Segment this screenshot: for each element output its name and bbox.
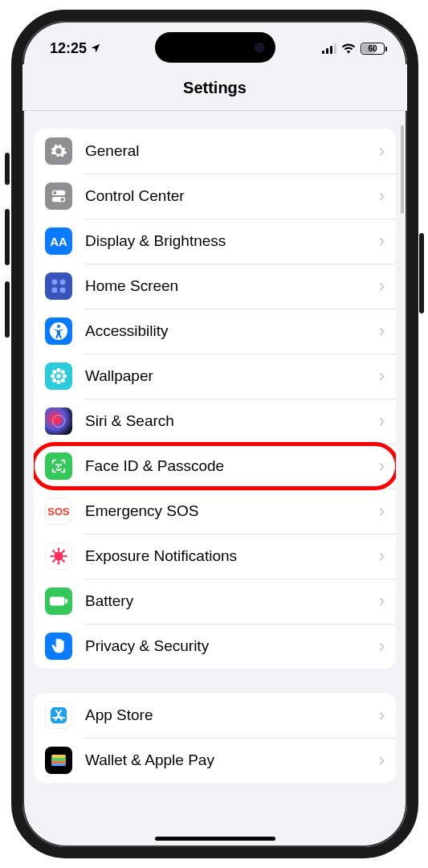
svg-point-37 (63, 560, 65, 563)
settings-group: General›Control Center›AADisplay & Brigh… (34, 129, 396, 669)
settings-row-face-id[interactable]: Face ID & Passcode› (34, 444, 396, 489)
svg-point-18 (61, 379, 65, 383)
appstore-icon (45, 702, 72, 729)
svg-point-9 (57, 325, 60, 328)
svg-point-20 (56, 419, 62, 424)
svg-point-33 (58, 563, 60, 565)
sos-icon: SOS (45, 497, 72, 525)
phone-screen: 12:25 60 Settings General›Control Center… (11, 10, 418, 858)
volume-down-button (5, 281, 10, 338)
chevron-right-icon: › (379, 591, 385, 612)
row-label: Privacy & Security (85, 637, 379, 655)
svg-point-3 (61, 198, 64, 201)
svg-rect-41 (65, 599, 67, 604)
chevron-right-icon: › (379, 366, 385, 387)
row-label: Home Screen (85, 277, 379, 295)
text-size-icon: AA (45, 227, 72, 255)
page-title: Settings (22, 64, 407, 111)
settings-row-accessibility[interactable]: Accessibility› (34, 309, 396, 354)
row-label: Accessibility (85, 322, 379, 340)
row-label: Display & Brightness (85, 232, 379, 250)
svg-point-15 (52, 370, 56, 374)
svg-rect-47 (51, 764, 66, 766)
accessibility-icon (45, 317, 72, 345)
chevron-right-icon: › (379, 501, 385, 522)
svg-point-13 (51, 374, 55, 378)
settings-row-wallpaper[interactable]: Wallpaper› (34, 354, 396, 399)
svg-point-35 (65, 555, 67, 558)
settings-row-exposure[interactable]: Exposure Notifications› (34, 534, 396, 579)
svg-point-12 (56, 380, 60, 384)
settings-group: App Store›Wallet & Apple Pay› (34, 693, 396, 783)
gear-icon (45, 137, 72, 165)
scroll-indicator[interactable] (401, 125, 404, 214)
row-label: Exposure Notifications (85, 547, 379, 565)
svg-rect-40 (50, 596, 64, 605)
row-label: Emergency SOS (85, 502, 379, 520)
chevron-right-icon: › (379, 186, 385, 207)
status-time: 12:25 (50, 40, 87, 57)
svg-point-32 (58, 547, 60, 550)
svg-point-1 (53, 191, 56, 194)
battery-icon: 60 (361, 43, 385, 55)
chevron-right-icon: › (379, 546, 385, 567)
chevron-right-icon: › (379, 456, 385, 477)
battery-percent: 60 (368, 44, 377, 53)
svg-point-16 (61, 370, 65, 374)
cellular-icon (322, 43, 336, 54)
settings-row-privacy[interactable]: Privacy & Security› (34, 624, 396, 669)
location-icon (90, 43, 101, 54)
svg-rect-45 (51, 758, 66, 761)
svg-point-36 (52, 550, 55, 552)
row-label: App Store (85, 706, 379, 724)
settings-row-general[interactable]: General› (34, 129, 396, 174)
svg-point-11 (56, 368, 60, 372)
chevron-right-icon: › (379, 141, 385, 162)
settings-row-app-store[interactable]: App Store› (34, 693, 396, 738)
row-label: Face ID & Passcode (85, 457, 379, 475)
chevron-right-icon: › (379, 705, 385, 726)
svg-rect-4 (52, 280, 57, 285)
face-id-icon (45, 452, 72, 480)
chevron-right-icon: › (379, 750, 385, 771)
settings-list[interactable]: General›Control Center›AADisplay & Brigh… (22, 111, 407, 847)
row-label: Wallet & Apple Pay (85, 751, 379, 769)
home-indicator[interactable] (155, 837, 275, 841)
row-label: Battery (85, 592, 379, 610)
settings-row-wallet[interactable]: Wallet & Apple Pay› (34, 738, 396, 783)
chevron-right-icon: › (379, 276, 385, 297)
settings-row-display[interactable]: AADisplay & Brightness› (34, 219, 396, 264)
chevron-right-icon: › (379, 231, 385, 252)
row-label: General (85, 142, 379, 160)
power-button (419, 233, 424, 313)
settings-row-control-center[interactable]: Control Center› (34, 174, 396, 219)
volume-up-button (5, 209, 10, 265)
hand-icon (45, 633, 72, 660)
toggles-icon (45, 182, 72, 210)
settings-row-home-screen[interactable]: Home Screen› (34, 264, 396, 309)
chevron-right-icon: › (379, 636, 385, 657)
row-label: Siri & Search (85, 412, 379, 430)
settings-row-siri[interactable]: Siri & Search› (34, 399, 396, 444)
ringer-switch (5, 153, 10, 185)
svg-point-39 (63, 550, 65, 552)
svg-point-14 (63, 374, 67, 378)
settings-row-sos[interactable]: SOSEmergency SOS› (34, 489, 396, 534)
siri-icon (45, 407, 72, 435)
svg-point-10 (56, 374, 61, 379)
svg-point-38 (52, 560, 55, 563)
grid-icon (45, 272, 72, 300)
svg-rect-6 (52, 288, 57, 293)
chevron-right-icon: › (379, 411, 385, 432)
settings-row-battery[interactable]: Battery› (34, 579, 396, 624)
wifi-icon (341, 43, 356, 54)
svg-point-22 (60, 465, 61, 465)
wallet-icon (45, 747, 72, 774)
svg-point-34 (50, 555, 52, 558)
dynamic-island (155, 32, 275, 63)
svg-rect-5 (60, 280, 65, 285)
svg-rect-7 (60, 288, 65, 293)
flower-icon (45, 362, 72, 390)
svg-rect-44 (51, 755, 66, 758)
row-label: Control Center (85, 187, 379, 205)
